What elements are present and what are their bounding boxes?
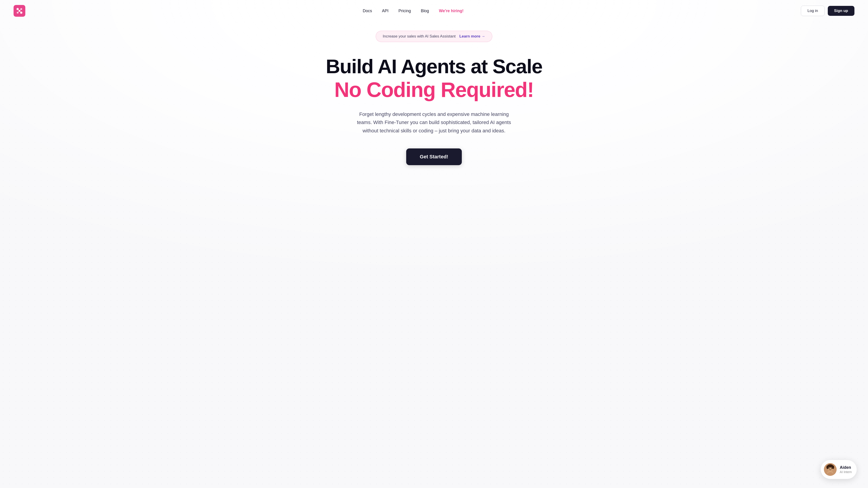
announcement-banner[interactable]: Increase your sales with AI Sales Assist… [376,31,492,42]
svg-point-17 [831,468,832,468]
get-started-button[interactable]: Get Started! [406,149,462,165]
nav-pricing[interactable]: Pricing [399,8,411,13]
logo-icon [13,5,25,17]
auth-buttons: Log in Sign up [801,6,855,16]
nav-docs[interactable]: Docs [363,8,372,13]
svg-line-6 [20,9,21,11]
aiden-widget[interactable]: Aiden AI Intern [821,460,857,479]
learn-more-link[interactable]: Learn more → [459,34,485,39]
nav-api[interactable]: API [382,8,389,13]
svg-point-13 [832,465,834,469]
main-content: Increase your sales with AI Sales Assist… [0,22,868,183]
aiden-name: Aiden [840,465,852,470]
main-nav: Docs API Pricing Blog We're hiring! [363,8,464,13]
signup-button[interactable]: Sign up [828,6,855,16]
nav-hiring[interactable]: We're hiring! [439,8,464,13]
header: Docs API Pricing Blog We're hiring! Log … [0,0,868,22]
aiden-avatar [824,463,837,476]
hero-subtext: Forget lengthy development cycles and ex… [352,110,515,135]
svg-point-12 [827,465,829,469]
logo[interactable] [13,5,25,17]
aiden-role: AI Intern [840,470,852,474]
nav-blog[interactable]: Blog [421,8,429,13]
login-button[interactable]: Log in [801,6,825,16]
aiden-info: Aiden AI Intern [840,465,852,474]
hero-headline-line1: Build AI Agents at Scale [326,56,542,77]
hero-headline-line2: No Coding Required! [334,78,534,101]
svg-line-7 [18,11,20,13]
svg-point-16 [829,468,830,468]
announcement-text: Increase your sales with AI Sales Assist… [383,34,456,39]
